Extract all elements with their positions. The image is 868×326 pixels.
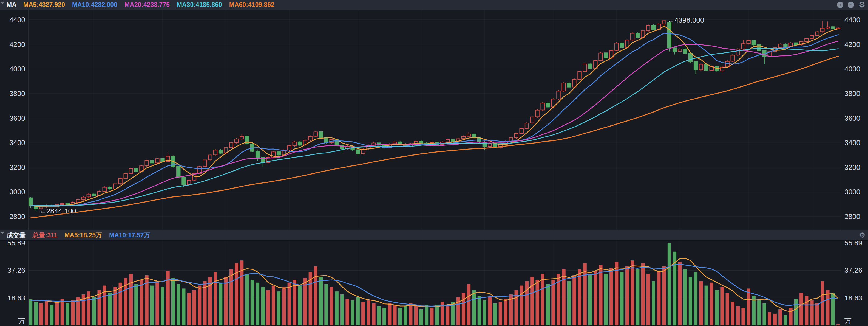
- volume-bar[interactable]: [520, 286, 523, 325]
- volume-bar[interactable]: [504, 299, 507, 325]
- volume-bar[interactable]: [483, 300, 486, 326]
- volume-bar[interactable]: [45, 300, 48, 326]
- volume-bar[interactable]: [155, 281, 159, 326]
- volume-bar[interactable]: [251, 279, 254, 325]
- volume-bar[interactable]: [778, 309, 782, 325]
- candle[interactable]: [277, 151, 280, 156]
- candle[interactable]: [778, 43, 782, 49]
- volume-bar[interactable]: [71, 300, 74, 326]
- volume-bar[interactable]: [462, 293, 465, 326]
- volume-bar[interactable]: [267, 290, 270, 325]
- volume-bar[interactable]: [694, 272, 698, 325]
- volume-bar[interactable]: [356, 297, 360, 325]
- volume-bar[interactable]: [572, 275, 576, 325]
- volume-bar[interactable]: [272, 286, 275, 325]
- volume-bar[interactable]: [625, 266, 629, 325]
- candle[interactable]: [155, 158, 159, 164]
- volume-bar[interactable]: [420, 309, 423, 325]
- volume-bar[interactable]: [636, 269, 639, 325]
- volume-bar[interactable]: [98, 290, 101, 325]
- candle[interactable]: [124, 173, 127, 179]
- candle[interactable]: [810, 35, 814, 39]
- volume-bar[interactable]: [92, 297, 96, 325]
- volume-bar[interactable]: [567, 281, 571, 326]
- volume-bar[interactable]: [140, 279, 144, 325]
- volume-bar[interactable]: [662, 266, 666, 325]
- volume-bar[interactable]: [298, 286, 302, 325]
- volume-bar[interactable]: [578, 269, 582, 325]
- volume-bar[interactable]: [741, 307, 745, 325]
- volume-bar[interactable]: [293, 279, 297, 325]
- candle[interactable]: [567, 82, 571, 88]
- candle[interactable]: [536, 109, 539, 118]
- candle[interactable]: [103, 186, 106, 192]
- volume-bar[interactable]: [435, 305, 439, 325]
- candle[interactable]: [683, 48, 687, 54]
- candle[interactable]: [530, 116, 534, 124]
- volume-bar[interactable]: [29, 299, 32, 325]
- volume-bar[interactable]: [726, 293, 729, 326]
- candle[interactable]: [87, 193, 91, 198]
- volume-bar[interactable]: [388, 303, 391, 325]
- volume-bar[interactable]: [345, 299, 349, 325]
- volume-bar[interactable]: [55, 302, 59, 325]
- volume-bar[interactable]: [800, 293, 803, 326]
- volume-bar[interactable]: [705, 286, 708, 325]
- volume-bar[interactable]: [50, 305, 54, 325]
- volume-bar[interactable]: [367, 300, 370, 326]
- volume-bar[interactable]: [789, 307, 793, 325]
- candle[interactable]: [668, 21, 671, 51]
- volume-bar[interactable]: [425, 305, 428, 325]
- candle[interactable]: [599, 52, 602, 61]
- candle[interactable]: [720, 66, 724, 71]
- volume-bar[interactable]: [530, 276, 534, 325]
- candle[interactable]: [620, 42, 624, 48]
- candle[interactable]: [805, 38, 808, 42]
- volume-bar[interactable]: [763, 303, 766, 325]
- settings-gear-icon[interactable]: ⚙: [859, 1, 865, 9]
- volume-bar[interactable]: [477, 296, 481, 325]
- candle[interactable]: [208, 154, 212, 161]
- candle[interactable]: [699, 63, 703, 70]
- candle[interactable]: [314, 131, 317, 137]
- volume-bar[interactable]: [229, 269, 233, 325]
- candle[interactable]: [203, 159, 207, 168]
- volume-bar[interactable]: [815, 303, 819, 325]
- candle[interactable]: [747, 39, 750, 45]
- volume-bar[interactable]: [245, 274, 249, 326]
- volume-bar[interactable]: [794, 299, 798, 325]
- volume-bar[interactable]: [108, 293, 112, 326]
- volume-bar[interactable]: [288, 283, 291, 325]
- candle[interactable]: [636, 32, 639, 38]
- candle[interactable]: [214, 149, 217, 156]
- volume-bar[interactable]: [66, 303, 69, 325]
- candle[interactable]: [736, 48, 740, 56]
- volume-bar[interactable]: [499, 302, 502, 325]
- volume-bar[interactable]: [129, 274, 133, 326]
- settings-gear-icon[interactable]: ⚙: [859, 232, 865, 239]
- candle[interactable]: [488, 142, 492, 147]
- candle[interactable]: [145, 160, 149, 167]
- volume-bar[interactable]: [404, 306, 407, 325]
- volume-bar[interactable]: [430, 307, 433, 325]
- volume-bar[interactable]: [467, 284, 470, 325]
- volume-bar[interactable]: [377, 306, 381, 325]
- volume-bar[interactable]: [150, 286, 154, 325]
- volume-bar[interactable]: [768, 312, 772, 326]
- candle[interactable]: [272, 151, 275, 158]
- volume-bar[interactable]: [689, 276, 692, 325]
- candle[interactable]: [319, 131, 323, 139]
- volume-bar[interactable]: [641, 263, 645, 325]
- volume-bar[interactable]: [187, 293, 191, 326]
- candle[interactable]: [652, 24, 655, 30]
- candle[interactable]: [583, 63, 587, 72]
- candle[interactable]: [288, 145, 291, 151]
- candle[interactable]: [588, 63, 592, 69]
- volume-bar[interactable]: [652, 281, 655, 326]
- candle[interactable]: [267, 156, 270, 164]
- volume-bar[interactable]: [720, 287, 724, 325]
- volume-bar[interactable]: [783, 315, 787, 325]
- volume-bar[interactable]: [615, 262, 618, 325]
- volume-bar[interactable]: [119, 283, 122, 325]
- volume-bar[interactable]: [414, 306, 418, 325]
